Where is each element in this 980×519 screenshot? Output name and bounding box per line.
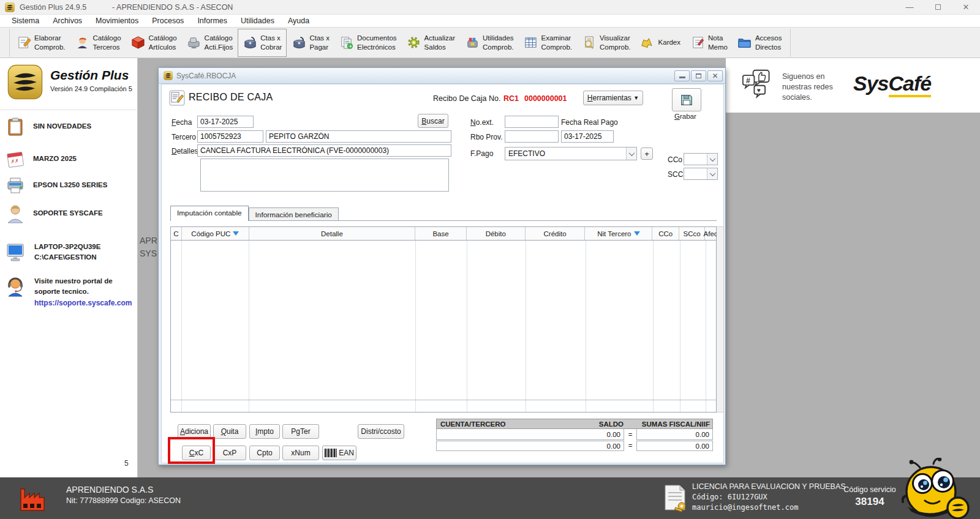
totals-header-cuenta: CUENTA/TERCERO (437, 420, 505, 428)
social-media-icon: # ♥ (742, 68, 774, 100)
tercero-label: Tercero (172, 133, 196, 141)
equals-sign: = (624, 429, 636, 440)
menu-procesos[interactable]: Procesos (145, 17, 190, 25)
dialog-title: SysCafé.RBOCJA (176, 72, 236, 80)
service-code-block: Código servicio 38194 (833, 485, 907, 508)
sidebar-item-soporte[interactable]: SOPORTE SYSCAFE (6, 204, 103, 223)
toolbar-button-accesos-directos[interactable]: AccesosDirectos (733, 29, 786, 57)
toolbar-button-documentos-electronicos[interactable]: DocumentosElectrónicos (334, 29, 402, 57)
fpago-add-button[interactable]: + (641, 147, 653, 160)
tercero-id-input[interactable] (197, 130, 263, 143)
svg-text:✗✗: ✗✗ (10, 158, 20, 165)
sidebar-item-novedades[interactable]: SIN NOVEDADES (6, 117, 91, 136)
toolbar-button-catalogo-actifijos[interactable]: CatálogoActi.Fijos (182, 29, 238, 57)
impto-button[interactable]: Impto (249, 424, 280, 439)
cxp-button[interactable]: CxP (213, 446, 246, 460)
column-header-detalle[interactable]: Detalle (249, 227, 415, 240)
toolbar-button-kardex[interactable]: Kardex (636, 29, 685, 57)
herramientas-button[interactable]: Herramientas ▼ (583, 91, 643, 105)
column-header-scco[interactable]: SCco (679, 227, 705, 240)
column-header-nit-tercero[interactable]: Nit Tercero (585, 227, 652, 240)
receipt-form-icon (169, 90, 185, 106)
toolbar-button-catalogo-articulos[interactable]: CatálogoArtículos (126, 29, 182, 57)
chevron-down-icon[interactable] (626, 147, 636, 160)
sidebar-item-periodo[interactable]: ✗✗ MARZO 2025 (6, 150, 77, 168)
grid-body[interactable] (171, 241, 716, 400)
tab-imputacion-contable[interactable]: Imputación contable (170, 206, 249, 221)
dialog-titlebar: SysCafé.RBOCJA ✕ (159, 68, 725, 84)
company-info: APRENDIENDO S.A.S Nit: 777888999 Codigo:… (66, 485, 181, 505)
dialog-maximize-button[interactable] (691, 70, 706, 81)
quita-button[interactable]: Quita (213, 424, 246, 439)
menu-archivos[interactable]: Archivos (46, 17, 89, 25)
sidebar-item-equipo[interactable]: LAPTOP-3P2QU39EC:\CAFE\GESTION (6, 242, 100, 263)
detalles-input[interactable] (197, 144, 451, 157)
printer-icon (6, 177, 24, 194)
toolbar-button-examinar-comprob[interactable]: ExaminarComprob. (519, 29, 578, 57)
distri-ccosto-button[interactable]: Distri/ccosto (358, 424, 404, 439)
license-info: LICENCIA PARA EVALUACION Y PRUEBAS Códig… (692, 482, 846, 513)
cpto-button[interactable]: Cpto (249, 446, 280, 460)
totals-header-sumas: SUMAS FISCAL/NIIF (636, 420, 712, 428)
detalles-extra-input[interactable] (200, 159, 449, 192)
toolbar-button-elaborar-comprob[interactable]: ElaborarComprob. (12, 29, 70, 57)
dialog-close-button[interactable]: ✕ (707, 70, 723, 81)
noext-input[interactable] (505, 116, 559, 128)
toolbar-button-ctas-x-cobrar[interactable]: Ctas xCobrar (238, 29, 287, 57)
red-cube-icon (131, 35, 146, 50)
scc-combobox[interactable] (684, 168, 718, 180)
chevron-down-icon[interactable] (707, 168, 717, 179)
menu-ayuda[interactable]: Ayuda (281, 17, 316, 25)
sidebar-item-printer[interactable]: EPSON L3250 SERIES (6, 177, 107, 194)
column-header-debito[interactable]: Débito (467, 227, 526, 240)
gestion-plus-logo (7, 64, 43, 100)
grabar-button[interactable] (672, 88, 701, 111)
xnum-button[interactable]: xNum (282, 446, 319, 460)
menu-utilidades[interactable]: Utilidades (234, 17, 281, 25)
workspace: Gestión Plus Versión 24.9 Compilación 5 … (0, 58, 980, 477)
toolbar-button-visualizar-comprob[interactable]: VisualizarComprob. (577, 29, 636, 57)
fecha-input[interactable] (197, 116, 254, 128)
cco-combobox[interactable] (684, 153, 718, 165)
fecha-real-pago-input[interactable] (561, 130, 614, 143)
recibo-de-caja-window: SysCafé.RBOCJA ✕ RECIBO DE CAJA Recibo D… (158, 67, 726, 465)
tab-informacion-beneficiario[interactable]: Información beneficiario (249, 207, 339, 221)
column-header-cco[interactable]: CCo (652, 227, 679, 240)
rbo-prov-input[interactable] (505, 130, 559, 143)
column-header-c[interactable]: C (171, 227, 182, 240)
column-header-credito[interactable]: Crédito (526, 227, 586, 240)
close-button[interactable]: ✕ (952, 0, 980, 15)
restore-icon (935, 4, 941, 10)
ean-button[interactable]: EAN (322, 446, 356, 460)
toolbar-button-catalogo-terceros[interactable]: CatálogoTerceros (70, 29, 126, 57)
dialog-minimize-button[interactable] (674, 70, 690, 81)
toolbar-button-actualizar-saldos[interactable]: ActualizarSaldos (402, 29, 461, 57)
fpago-combobox[interactable]: EFECTIVO (505, 147, 637, 160)
column-header-afec[interactable]: Afec (705, 227, 716, 240)
menu-informes[interactable]: Informes (190, 17, 234, 25)
toolbar-button-ctas-x-pagar[interactable]: Ctas xPagar (287, 29, 334, 57)
support-portal-link[interactable]: https://soporte.syscafe.com (34, 299, 132, 307)
grid-scrollbar[interactable] (717, 226, 724, 413)
maximize-icon (696, 73, 701, 78)
tercero-name-input[interactable] (266, 130, 451, 143)
pgter-button[interactable]: PgTer (282, 424, 319, 439)
toolbar-button-nota-memo[interactable]: NotaMemo (685, 29, 733, 57)
dropdown-arrow-icon: ▼ (633, 95, 639, 101)
chevron-down-icon[interactable] (707, 154, 717, 165)
menu-sistema[interactable]: Sistema (5, 17, 46, 25)
minimize-button[interactable]: — (895, 0, 924, 15)
gear-icon (407, 35, 421, 50)
restore-button[interactable] (924, 0, 952, 15)
license-document-icon (663, 484, 688, 512)
sidebar-item-portal-soporte[interactable]: Visite nuestro portal de soporte tecnico… (6, 276, 132, 308)
barcode-icon (325, 449, 337, 457)
toolbar-button-utilidades-comprob[interactable]: UtilidadesComprob. (460, 29, 519, 57)
app-titlebar: Gestión Plus 24.9.5 - APRENDIENDO S.A.S … (0, 0, 980, 15)
menu-movimientos[interactable]: Movimientos (89, 17, 145, 25)
buscar-button[interactable]: Buscar (418, 114, 448, 128)
fecha-label: Fecha (172, 118, 192, 127)
column-header-codigo-puc[interactable]: Código PUC (182, 227, 249, 240)
status-bar: APRENDIENDO S.A.S Nit: 777888999 Codigo:… (0, 477, 980, 519)
column-header-base[interactable]: Base (415, 227, 467, 240)
